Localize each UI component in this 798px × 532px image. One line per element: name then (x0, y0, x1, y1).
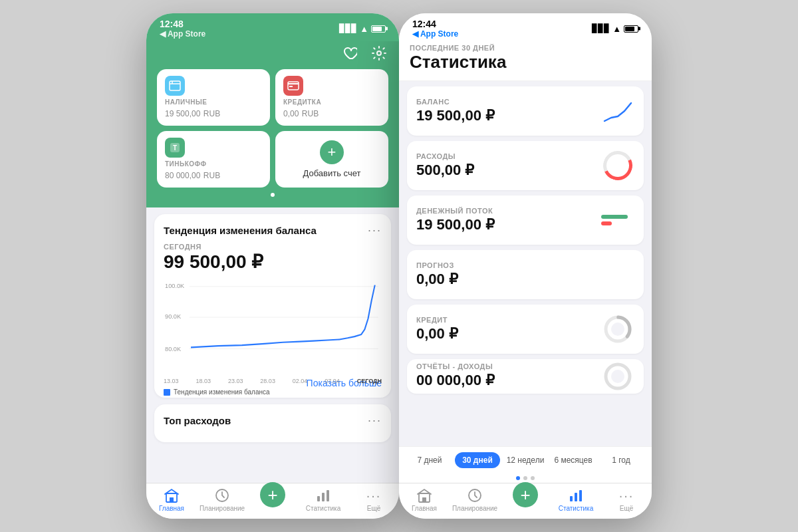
svg-rect-1 (170, 81, 180, 90)
add-account-card[interactable]: + Добавить счет (275, 131, 388, 188)
balance-value: 19 500,00 ₽ (416, 107, 495, 124)
nav-more-right[interactable]: ··· Ещё (601, 487, 652, 512)
svg-point-0 (377, 51, 381, 55)
svg-text:80.0K: 80.0K (165, 344, 182, 352)
top-expenses-header: Топ расходов ··· (164, 414, 382, 428)
stat-reports[interactable]: ОТЧЁТЫ - ДОХОДЫ 00 000,00 ₽ (407, 359, 644, 394)
back-link-right[interactable]: ◀ App Store (412, 29, 458, 39)
reports-icon (601, 360, 634, 393)
signal-icon-left: ▊▊▊ (339, 24, 357, 33)
time-left: 12:48 (160, 19, 205, 29)
nav-stats-left[interactable]: Статистика (298, 487, 348, 512)
cash-currency: RUB (203, 109, 220, 118)
svg-text:90.0K: 90.0K (165, 313, 182, 320)
svg-rect-31 (579, 490, 582, 501)
green-header: НАЛИЧНЫЕ 19 500,00 RUB КРЕДИТКА 0,0 (146, 41, 399, 207)
cash-label: НАЛИЧНЫЕ (165, 98, 262, 106)
tab-30d[interactable]: 30 дней (455, 452, 500, 468)
status-icons-left: ▊▊▊ ▲ (339, 24, 386, 34)
signal-icon-right: ▊▊▊ (592, 24, 610, 33)
expenses-value: 500,00 ₽ (416, 162, 474, 179)
home-nav-label: Главная (159, 505, 184, 512)
credit-icon (601, 313, 634, 346)
stat-cashflow[interactable]: ДЕНЕЖНЫЙ ПОТОК 19 500,00 ₽ (407, 196, 644, 245)
forecast-icon (601, 258, 634, 291)
chart-legend: Тенденция изменения баланса (164, 388, 382, 396)
svg-text:100.0K: 100.0K (165, 282, 185, 289)
expenses-more[interactable]: ··· (368, 414, 382, 428)
svg-rect-27 (422, 497, 426, 502)
header-icons (157, 44, 388, 63)
account-card-tinkoff[interactable]: T ТИНЬКОФФ 80 000,00 RUB (157, 131, 270, 188)
plan-nav-icon-r (467, 487, 483, 503)
tinkoff-label: ТИНЬКОФФ (165, 160, 262, 168)
credit-stat-value: 0,00 ₽ (416, 325, 458, 342)
nav-add-left[interactable]: + (247, 487, 298, 512)
top-expenses-card: Топ расходов ··· (154, 404, 391, 442)
cashflow-value: 19 500,00 ₽ (416, 216, 495, 233)
reports-label: ОТЧЁТЫ - ДОХОДЫ (416, 362, 495, 370)
add-account-label: Добавить счет (303, 168, 361, 178)
stat-credit[interactable]: КРЕДИТ 0,00 ₽ (407, 305, 644, 354)
svg-rect-20 (327, 490, 329, 501)
stats-header: ПОСЛЕДНИЕ 30 ДНЕЙ Статистика (399, 41, 652, 81)
bottom-nav-left: Главная Планирование + Статистика (146, 483, 399, 519)
tab-1y[interactable]: 1 год (598, 452, 644, 468)
nav-plan-right[interactable]: Планирование (450, 487, 500, 512)
stat-expenses[interactable]: РАСХОДЫ 500,00 ₽ (407, 141, 644, 190)
stats-title: Статистика (410, 52, 641, 72)
nav-add-right[interactable]: + (500, 487, 551, 512)
pdot-3 (531, 476, 535, 480)
plan-nav-label: Планирование (200, 505, 245, 512)
svg-rect-30 (575, 493, 577, 501)
today-label: СЕГОДНЯ (164, 243, 382, 251)
balance-trend-more[interactable]: ··· (368, 223, 382, 237)
wifi-icon-right: ▲ (612, 24, 621, 34)
tab-6m[interactable]: 6 месяцев (551, 452, 596, 468)
tab-12w[interactable]: 12 недели (503, 452, 548, 468)
accounts-grid: НАЛИЧНЫЕ 19 500,00 RUB КРЕДИТКА 0,0 (157, 69, 388, 188)
nav-stats-right[interactable]: Статистика (551, 487, 601, 512)
svg-point-25 (611, 370, 624, 383)
tinkoff-amount: 80 000,00 RUB (165, 169, 262, 181)
scroll-content-left: Тенденция изменения баланса ··· СЕГОДНЯ … (146, 207, 399, 483)
stat-balance[interactable]: БАЛАНС 19 500,00 ₽ (407, 86, 644, 136)
nav-home-left[interactable]: Главная (146, 487, 197, 512)
forecast-label: ПРОГНОЗ (416, 261, 458, 269)
back-link-left[interactable]: ◀ App Store (160, 29, 205, 39)
top-expenses-title: Топ расходов (164, 415, 231, 426)
period-page-dots (399, 473, 652, 483)
forecast-value: 0,00 ₽ (416, 271, 458, 288)
svg-rect-4 (288, 82, 299, 90)
home-nav-icon-r (416, 487, 432, 503)
stat-forecast[interactable]: ПРОГНОЗ 0,00 ₽ (407, 250, 644, 299)
settings-icon[interactable] (370, 44, 388, 63)
bottom-nav-right: Главная Планирование + Статистика (399, 483, 652, 519)
legend-text: Тенденция изменения баланса (174, 388, 270, 396)
account-card-credit[interactable]: КРЕДИТКА 0,00 RUB (275, 69, 388, 126)
add-account-button[interactable]: + (320, 140, 344, 164)
tab-7d[interactable]: 7 дней (407, 452, 452, 468)
more-nav-label-r: Ещё (620, 505, 633, 512)
today-value: 99 500,00 ₽ (164, 251, 382, 273)
heart-icon[interactable] (340, 44, 359, 63)
nav-more-left[interactable]: ··· Ещё (348, 487, 399, 512)
left-phone: 12:48 ◀ App Store ▊▊▊ ▲ (146, 13, 399, 519)
account-card-cash[interactable]: НАЛИЧНЫЕ 19 500,00 RUB (157, 69, 270, 126)
plan-nav-icon (214, 487, 230, 503)
stats-subtitle: ПОСЛЕДНИЕ 30 ДНЕЙ (410, 44, 641, 52)
nav-home-right[interactable]: Главная (399, 487, 450, 512)
chart-x-labels: 13.03 18.03 23.03 28.03 02.04 07.04 СЕГО… (164, 378, 382, 384)
status-bar-right: 12:44 ◀ App Store ▊▊▊ ▲ (399, 13, 652, 41)
status-bar-left: 12:48 ◀ App Store ▊▊▊ ▲ (146, 13, 399, 41)
page-indicator (157, 193, 388, 197)
reports-value: 00 000,00 ₽ (416, 372, 495, 390)
stats-nav-label: Статистика (306, 505, 341, 512)
cashflow-bar-red (601, 221, 612, 225)
home-nav-label-r: Главная (412, 505, 437, 512)
cashflow-bar-green (601, 215, 628, 219)
nav-plan-left[interactable]: Планирование (197, 487, 247, 512)
expenses-icon (601, 149, 634, 182)
stats-scroll: БАЛАНС 19 500,00 ₽ РАСХОДЫ 500,00 ₽ (399, 81, 652, 446)
right-phone: 12:44 ◀ App Store ▊▊▊ ▲ ПОСЛЕДНИЕ 30 ДНЕ… (399, 13, 652, 519)
